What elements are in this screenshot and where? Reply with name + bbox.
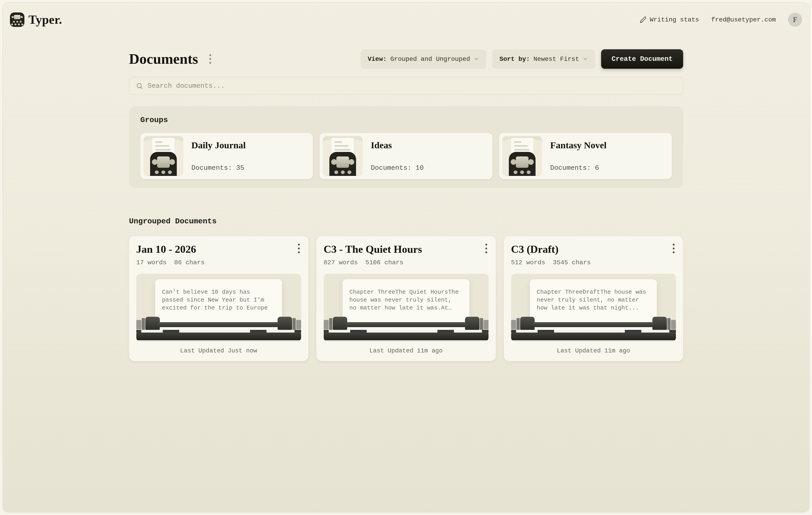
ungrouped-heading: Ungrouped Documents <box>129 217 683 226</box>
view-dropdown-value: Grouped and Ungrouped <box>390 56 470 63</box>
top-bar-right: Writing stats fred@usetyper.com F <box>640 13 802 27</box>
app-name: Typer. <box>28 13 62 27</box>
typewriter-carriage-illustration <box>136 316 301 342</box>
group-title: Fantasy Novel <box>550 140 666 150</box>
document-grid: Jan 10 - 2026 17 words 86 chars Can't be… <box>129 236 683 361</box>
user-email: fred@usetyper.com <box>711 16 776 23</box>
typewriter-carriage-illustration <box>324 316 489 342</box>
document-last-updated: Last Updated 11m ago <box>324 347 489 354</box>
group-doc-count: Documents: 6 <box>550 164 666 172</box>
document-card[interactable]: C3 (Draft) 512 words 3545 chars Chapter … <box>504 236 683 361</box>
chevron-down-icon <box>583 56 588 62</box>
document-preview: Chapter ThreeThe Quiet HoursThe house wa… <box>324 274 489 342</box>
document-meta: 512 words 3545 chars <box>511 259 676 266</box>
search-input[interactable] <box>148 82 676 90</box>
pencil-icon <box>640 16 646 23</box>
view-dropdown[interactable]: View: Grouped and Ungrouped <box>360 49 487 69</box>
document-preview: Chapter ThreeDraftThe house was never tr… <box>511 274 676 342</box>
avatar[interactable]: F <box>788 13 802 27</box>
avatar-initial: F <box>793 16 797 24</box>
group-card-daily-journal[interactable]: Daily Journal Documents: 35 <box>140 133 313 179</box>
search-icon <box>136 82 143 89</box>
view-dropdown-label: View: <box>368 56 387 63</box>
document-card[interactable]: C3 - The Quiet Hours 827 words 5106 char… <box>317 236 496 361</box>
main-content: Documents View: Grouped and Ungrouped So… <box>129 49 683 361</box>
document-last-updated: Last Updated 11m ago <box>511 347 676 354</box>
group-grid: Daily Journal Documents: 35 Ide <box>140 133 672 179</box>
document-last-updated: Last Updated Just now <box>136 347 301 354</box>
group-thumbnail-typewriter-icon <box>323 136 362 176</box>
sort-dropdown-value: Newest First <box>533 56 579 63</box>
brand[interactable]: Typer. <box>10 12 62 27</box>
document-meta: 827 words 5106 chars <box>324 259 489 266</box>
group-title: Ideas <box>371 140 487 150</box>
typewriter-carriage-illustration <box>511 316 676 342</box>
document-card[interactable]: Jan 10 - 2026 17 words 86 chars Can't be… <box>129 236 308 361</box>
preview-text: Can't believe 10 days has passed since N… <box>162 288 275 312</box>
page-title: Documents <box>129 51 198 67</box>
groups-heading: Groups <box>140 116 672 124</box>
group-card-ideas[interactable]: Ideas Documents: 10 <box>320 133 492 179</box>
document-title: C3 (Draft) <box>511 242 559 256</box>
header-row: Documents View: Grouped and Ungrouped So… <box>129 49 683 69</box>
groups-panel: Groups Daily Journal Documents: 35 <box>129 106 683 188</box>
group-thumbnail-typewriter-icon <box>144 136 183 176</box>
search-bar[interactable] <box>129 77 683 95</box>
writing-stats-link[interactable]: Writing stats <box>640 16 699 23</box>
document-preview: Can't believe 10 days has passed since N… <box>136 274 301 342</box>
header-controls: View: Grouped and Ungrouped Sort by: New… <box>360 49 683 69</box>
typewriter-logo-icon <box>10 12 24 27</box>
document-menu-kebab-icon[interactable] <box>671 242 676 255</box>
sort-dropdown-label: Sort by: <box>499 56 530 63</box>
document-menu-kebab-icon[interactable] <box>484 242 489 255</box>
writing-stats-label: Writing stats <box>650 16 699 23</box>
document-meta: 17 words 86 chars <box>136 259 301 266</box>
document-title: C3 - The Quiet Hours <box>324 242 422 256</box>
group-doc-count: Documents: 10 <box>371 164 487 172</box>
group-card-fantasy-novel[interactable]: Fantasy Novel Documents: 6 <box>499 133 672 179</box>
group-title: Daily Journal <box>192 140 308 150</box>
app-frame: Typer. Writing stats fred@usetyper.com F… <box>2 2 810 513</box>
preview-text: Chapter ThreeThe Quiet HoursThe house wa… <box>349 288 463 312</box>
document-title: Jan 10 - 2026 <box>136 242 196 256</box>
top-bar: Typer. Writing stats fred@usetyper.com F <box>3 3 809 37</box>
documents-menu-kebab-icon[interactable] <box>208 53 212 65</box>
create-document-button[interactable]: Create Document <box>601 49 683 69</box>
document-menu-kebab-icon[interactable] <box>297 242 301 255</box>
chevron-down-icon <box>473 56 479 62</box>
group-doc-count: Documents: 35 <box>192 164 308 172</box>
preview-text: Chapter ThreeDraftThe house was never tr… <box>536 288 650 312</box>
group-thumbnail-typewriter-icon <box>502 136 542 176</box>
sort-dropdown[interactable]: Sort by: Newest First <box>492 49 595 69</box>
